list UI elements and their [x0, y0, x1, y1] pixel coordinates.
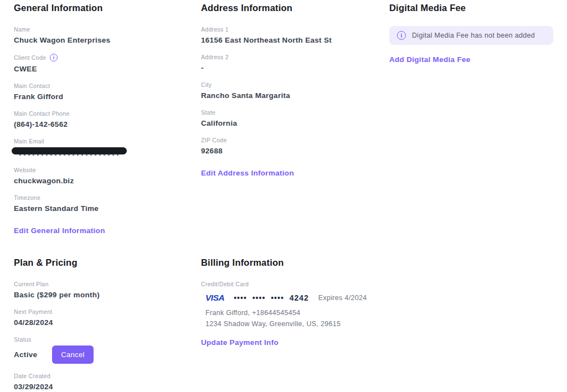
address-1-label: Address 1	[201, 26, 389, 33]
field-date-created: Date Created 03/29/2024	[14, 373, 201, 391]
client-code-label: Client Code	[14, 54, 46, 61]
add-digital-media-fee-link[interactable]: Add Digital Media Fee	[389, 55, 471, 64]
field-website: Website chuckwagon.biz	[14, 167, 201, 185]
card-number: •••• •••• •••• 4242	[234, 293, 309, 302]
field-city: City Rancho Santa Margarita	[201, 81, 389, 100]
field-current-plan: Current Plan Basic ($299 per month)	[14, 281, 201, 300]
status-value: Active	[14, 350, 37, 359]
redaction-peek-marks	[19, 154, 120, 156]
cancel-plan-button[interactable]: Cancel	[52, 345, 93, 364]
state-value: California	[201, 118, 389, 128]
name-value: Chuck Wagon Enterprises	[14, 35, 201, 45]
field-timezone: Timezone Eastern Standard Time	[14, 194, 201, 213]
field-state: State California	[201, 109, 389, 128]
client-details-page: General Information Name Chuck Wagon Ent…	[0, 0, 567, 392]
field-status: Status Active Cancel	[14, 336, 201, 364]
digital-media-fee-title: Digital Media Fee	[389, 3, 553, 13]
field-main-contact: Main Contact Frank Gifford	[14, 82, 201, 101]
date-created-value: 03/29/2024	[14, 382, 201, 391]
zip-code-label: ZIP Code	[201, 137, 389, 143]
field-address-1: Address 1 16156 East Northeast North Eas…	[201, 26, 389, 45]
date-created-label: Date Created	[14, 373, 201, 379]
address-2-label: Address 2	[201, 54, 389, 60]
name-label: Name	[14, 26, 201, 33]
field-zip-code: ZIP Code 92688	[201, 137, 389, 156]
edit-address-information-link[interactable]: Edit Address Information	[201, 169, 294, 177]
card-expiry: Expires 4/2024	[318, 294, 367, 302]
status-row: Active Cancel	[14, 345, 201, 364]
main-email-label: Main Email	[14, 138, 201, 145]
banner-text: Digital Media Fee has not been added	[412, 32, 535, 39]
state-label: State	[201, 109, 389, 116]
banner-info-icon: i	[397, 31, 406, 40]
zip-code-value: 92688	[201, 146, 389, 156]
visa-logo: VISA	[205, 293, 224, 303]
field-client-code: Client Code i CWEE	[14, 54, 201, 74]
main-email-redacted-value	[14, 147, 136, 158]
city-label: City	[201, 81, 389, 88]
field-main-contact-phone: Main Contact Phone (864)-142-6562	[14, 110, 201, 129]
field-name: Name Chuck Wagon Enterprises	[14, 26, 201, 45]
card-billing-address: 1234 Shadow Way, Greenville, US, 29615	[205, 318, 389, 329]
next-payment-value: 04/28/2024	[14, 318, 201, 327]
timezone-value: Eastern Standard Time	[14, 204, 201, 213]
digital-media-fee-section: Digital Media Fee i Digital Media Fee ha…	[389, 3, 553, 235]
update-payment-info-link[interactable]: Update Payment Info	[201, 338, 279, 347]
billing-info-section: Billing Information Credit/Debit Card VI…	[201, 257, 389, 392]
next-payment-label: Next Payment	[14, 308, 201, 315]
billing-info-title: Billing Information	[201, 257, 389, 267]
general-info-title: General Information	[14, 3, 201, 13]
card-holder: Frank Gifford, +18644545454	[205, 307, 389, 318]
main-contact-label: Main Contact	[14, 82, 201, 89]
address-info-section: Address Information Address 1 16156 East…	[201, 3, 389, 235]
address-2-value: -	[201, 63, 389, 73]
field-address-2: Address 2 -	[201, 54, 389, 73]
plan-pricing-title: Plan & Pricing	[14, 257, 201, 267]
timezone-label: Timezone	[14, 194, 201, 201]
main-contact-phone-label: Main Contact Phone	[14, 110, 201, 117]
edit-general-information-link[interactable]: Edit General Information	[14, 226, 105, 235]
current-plan-value: Basic ($299 per month)	[14, 290, 201, 300]
main-contact-phone-value: (864)-142-6562	[14, 120, 201, 129]
address-1-value: 16156 East Northeast North East St	[201, 35, 389, 45]
city-value: Rancho Santa Margarita	[201, 91, 389, 100]
client-code-info-icon[interactable]: i	[50, 54, 58, 61]
address-info-title: Address Information	[201, 3, 389, 13]
general-info-section: General Information Name Chuck Wagon Ent…	[14, 3, 201, 235]
website-label: Website	[14, 167, 201, 173]
card-row: VISA •••• •••• •••• 4242 Expires 4/2024	[205, 293, 389, 303]
credit-debit-card-label: Credit/Debit Card	[201, 281, 389, 287]
website-value: chuckwagon.biz	[14, 176, 201, 185]
client-code-value: CWEE	[14, 64, 201, 74]
status-label: Status	[14, 336, 201, 343]
digital-media-fee-banner: i Digital Media Fee has not been added	[389, 26, 553, 45]
client-code-label-row: Client Code i	[14, 54, 201, 61]
current-plan-label: Current Plan	[14, 281, 201, 287]
field-next-payment: Next Payment 04/28/2024	[14, 308, 201, 327]
field-main-email: Main Email	[14, 138, 201, 158]
plan-pricing-section: Plan & Pricing Current Plan Basic ($299 …	[14, 257, 201, 392]
main-contact-value: Frank Gifford	[14, 92, 201, 101]
